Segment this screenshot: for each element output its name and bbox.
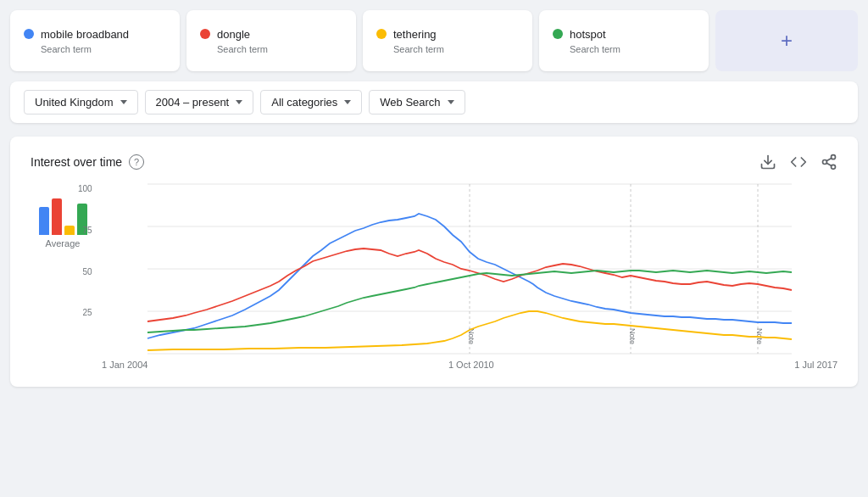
search-term-card-3[interactable]: hotspot Search term [539,10,709,71]
term-header-2: tethering [376,28,519,41]
x-label-2004: 1 Jan 2004 [102,360,147,370]
time-chevron-icon [236,100,242,104]
y-axis: 100 75 50 25 [78,184,92,349]
chart-actions [760,154,837,170]
term-name-1: dongle [217,28,250,41]
filters-row: United Kingdom 2004 – present All catego… [10,81,858,123]
term-type-3: Search term [570,44,695,54]
y-label-50: 50 [83,267,92,276]
chart-title: Interest over time [31,155,122,169]
y-label-75: 75 [83,226,92,235]
region-filter[interactable]: United Kingdom [24,90,138,114]
term-name-3: hotspot [570,28,606,41]
x-axis: 1 Jan 2004 1 Oct 2010 1 Jul 2017 [102,360,837,370]
share-icon[interactable] [821,154,837,170]
avg-bar-0 [39,207,49,235]
avg-bar-1 [52,198,62,235]
search-term-card-0[interactable]: mobile broadband Search term [10,10,180,71]
search-type-filter[interactable]: Web Search [369,90,465,114]
color-dot-1 [200,29,210,39]
region-label: United Kingdom [35,96,114,109]
search-term-card-1[interactable]: dongle Search term [186,10,356,71]
time-label: 2004 – present [156,96,230,109]
category-filter[interactable]: All categories [260,90,362,114]
search-type-label: Web Search [380,96,440,109]
color-dot-3 [553,29,563,39]
main-container: mobile broadband Search term dongle Sear… [10,10,858,387]
category-label: All categories [271,96,337,109]
y-label-25: 25 [83,308,92,317]
add-term-button[interactable]: + [715,10,858,71]
color-dot-0 [24,29,34,39]
svg-line-5 [826,158,832,160]
term-header-1: dongle [200,28,342,41]
download-icon[interactable] [760,154,776,170]
x-label-2017: 1 Jul 2017 [794,360,837,370]
svg-line-4 [826,163,832,165]
plus-icon: + [781,29,793,53]
term-type-1: Search term [217,44,342,54]
line-chart-wrapper: 100 75 50 25 Note N [102,184,837,370]
term-name-0: mobile broadband [41,28,129,41]
avg-label: Average [46,238,81,248]
avg-bar-2 [64,226,75,235]
term-type-2: Search term [393,44,519,54]
note-label-2: Note [628,328,637,344]
search-term-card-2[interactable]: tethering Search term [363,10,532,71]
category-chevron-icon [344,100,351,104]
x-label-2010: 1 Oct 2010 [448,360,494,370]
chart-section: Interest over time ? [10,137,858,387]
trend-chart: Note Note Note [102,184,837,354]
term-header-0: mobile broadband [24,28,166,41]
region-chevron-icon [120,100,127,104]
color-dot-2 [376,29,387,39]
term-type-0: Search term [41,44,166,54]
chart-title-area: Interest over time ? [31,154,144,170]
search-type-chevron-icon [448,100,454,104]
help-icon[interactable]: ? [129,154,144,170]
term-name-2: tethering [393,28,437,41]
embed-icon[interactable] [790,154,807,170]
term-header-3: hotspot [553,28,695,41]
chart-header: Interest over time ? [31,154,837,170]
search-terms-row: mobile broadband Search term dongle Sear… [10,10,858,71]
time-filter[interactable]: 2004 – present [145,90,254,114]
y-label-100: 100 [78,184,92,193]
